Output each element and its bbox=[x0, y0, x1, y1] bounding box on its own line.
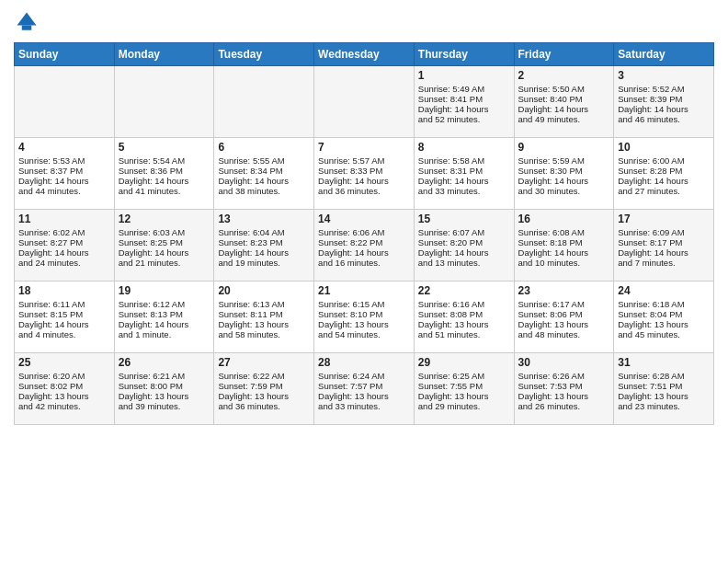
day-info: Sunrise: 6:12 AM bbox=[119, 299, 210, 309]
day-info: Daylight: 13 hours bbox=[218, 319, 310, 329]
day-number: 13 bbox=[218, 213, 310, 225]
day-info: and 26 minutes. bbox=[518, 401, 610, 411]
day-info: Sunset: 8:13 PM bbox=[119, 309, 210, 319]
day-number: 10 bbox=[618, 141, 710, 154]
day-info: Sunrise: 6:20 AM bbox=[18, 371, 110, 381]
day-info: Sunrise: 6:24 AM bbox=[318, 371, 410, 381]
day-number: 7 bbox=[318, 141, 410, 154]
day-number: 8 bbox=[418, 141, 510, 154]
day-info: Daylight: 13 hours bbox=[18, 391, 110, 401]
calendar-cell: 29Sunrise: 6:25 AMSunset: 7:55 PMDayligh… bbox=[414, 353, 514, 425]
calendar-cell: 5Sunrise: 5:54 AMSunset: 8:36 PMDaylight… bbox=[114, 138, 214, 210]
day-info: Daylight: 13 hours bbox=[318, 319, 410, 329]
day-info: Sunrise: 6:18 AM bbox=[618, 299, 710, 309]
day-info: Sunrise: 6:03 AM bbox=[119, 227, 210, 237]
day-number: 27 bbox=[218, 356, 310, 369]
day-info: Daylight: 13 hours bbox=[518, 319, 610, 329]
day-info: Sunrise: 6:28 AM bbox=[618, 371, 710, 381]
day-info: and 27 minutes. bbox=[618, 186, 710, 196]
calendar-cell: 2Sunrise: 5:50 AMSunset: 8:40 PMDaylight… bbox=[514, 66, 614, 138]
day-info: and 44 minutes. bbox=[18, 186, 110, 196]
calendar-cell: 26Sunrise: 6:21 AMSunset: 8:00 PMDayligh… bbox=[114, 353, 214, 425]
day-info: Sunrise: 5:53 AM bbox=[18, 155, 110, 166]
day-number: 4 bbox=[18, 141, 110, 154]
day-info: Daylight: 13 hours bbox=[318, 391, 410, 401]
day-info: and 39 minutes. bbox=[119, 401, 210, 411]
day-info: and 30 minutes. bbox=[518, 186, 610, 196]
day-number: 20 bbox=[218, 284, 310, 297]
day-info: Sunset: 8:22 PM bbox=[318, 237, 410, 247]
day-info: and 54 minutes. bbox=[318, 329, 410, 339]
day-number: 1 bbox=[418, 69, 510, 82]
day-info: Sunrise: 6:11 AM bbox=[18, 299, 110, 309]
col-header-thursday: Thursday bbox=[414, 43, 514, 66]
day-info: Daylight: 14 hours bbox=[618, 247, 710, 258]
calendar-cell: 9Sunrise: 5:59 AMSunset: 8:30 PMDaylight… bbox=[514, 138, 614, 210]
day-info: Sunset: 8:10 PM bbox=[318, 309, 410, 319]
day-info: Sunset: 8:30 PM bbox=[518, 166, 610, 176]
day-info: Sunset: 8:37 PM bbox=[18, 166, 110, 176]
calendar-cell bbox=[214, 66, 314, 138]
calendar-cell: 3Sunrise: 5:52 AMSunset: 8:39 PMDaylight… bbox=[614, 66, 714, 138]
day-info: and 4 minutes. bbox=[18, 329, 110, 339]
day-info: Daylight: 14 hours bbox=[618, 104, 710, 114]
day-info: Sunrise: 6:25 AM bbox=[418, 371, 510, 381]
day-info: and 16 minutes. bbox=[318, 258, 410, 268]
day-info: Sunset: 8:36 PM bbox=[119, 166, 210, 176]
day-info: Daylight: 14 hours bbox=[18, 319, 110, 329]
day-info: Sunrise: 5:58 AM bbox=[418, 155, 510, 166]
calendar-cell: 27Sunrise: 6:22 AMSunset: 7:59 PMDayligh… bbox=[214, 353, 314, 425]
calendar-cell: 6Sunrise: 5:55 AMSunset: 8:34 PMDaylight… bbox=[214, 138, 314, 210]
calendar-cell: 16Sunrise: 6:08 AMSunset: 8:18 PMDayligh… bbox=[514, 210, 614, 282]
calendar-cell: 17Sunrise: 6:09 AMSunset: 8:17 PMDayligh… bbox=[614, 210, 714, 282]
day-number: 3 bbox=[618, 69, 710, 82]
col-header-wednesday: Wednesday bbox=[314, 43, 415, 66]
calendar-cell: 23Sunrise: 6:17 AMSunset: 8:06 PMDayligh… bbox=[514, 282, 614, 353]
day-number: 16 bbox=[518, 213, 610, 225]
day-info: Daylight: 14 hours bbox=[18, 247, 110, 258]
day-info: Daylight: 14 hours bbox=[218, 176, 310, 186]
day-number: 22 bbox=[418, 284, 510, 297]
day-number: 6 bbox=[218, 141, 310, 154]
day-number: 23 bbox=[518, 284, 610, 297]
day-info: and 48 minutes. bbox=[518, 329, 610, 339]
day-number: 29 bbox=[418, 356, 510, 369]
day-info: Sunrise: 6:02 AM bbox=[18, 227, 110, 237]
calendar-cell bbox=[114, 66, 214, 138]
day-info: Sunset: 8:20 PM bbox=[418, 237, 510, 247]
svg-rect-1 bbox=[22, 26, 32, 30]
day-info: Daylight: 14 hours bbox=[119, 319, 210, 329]
calendar-cell: 4Sunrise: 5:53 AMSunset: 8:37 PMDaylight… bbox=[15, 138, 115, 210]
day-info: and 46 minutes. bbox=[618, 114, 710, 124]
day-number: 14 bbox=[318, 213, 410, 225]
day-info: Sunset: 8:41 PM bbox=[418, 94, 510, 104]
day-info: Daylight: 13 hours bbox=[618, 319, 710, 329]
day-info: Sunrise: 6:07 AM bbox=[418, 227, 510, 237]
day-info: Sunset: 8:06 PM bbox=[518, 309, 610, 319]
calendar-cell: 24Sunrise: 6:18 AMSunset: 8:04 PMDayligh… bbox=[614, 282, 714, 353]
day-info: Sunset: 7:51 PM bbox=[618, 381, 710, 391]
day-info: Sunset: 8:34 PM bbox=[218, 166, 310, 176]
day-info: Daylight: 14 hours bbox=[618, 176, 710, 186]
day-info: Daylight: 13 hours bbox=[518, 391, 610, 401]
day-info: Daylight: 14 hours bbox=[119, 176, 210, 186]
day-info: Sunset: 8:25 PM bbox=[119, 237, 210, 247]
day-info: and 7 minutes. bbox=[618, 258, 710, 268]
calendar-cell: 28Sunrise: 6:24 AMSunset: 7:57 PMDayligh… bbox=[314, 353, 415, 425]
day-info: Sunset: 8:31 PM bbox=[418, 166, 510, 176]
calendar-cell bbox=[15, 66, 115, 138]
calendar-cell: 21Sunrise: 6:15 AMSunset: 8:10 PMDayligh… bbox=[314, 282, 415, 353]
col-header-tuesday: Tuesday bbox=[214, 43, 314, 66]
day-info: Daylight: 14 hours bbox=[318, 247, 410, 258]
day-info: Sunset: 8:11 PM bbox=[218, 309, 310, 319]
day-info: and 38 minutes. bbox=[218, 186, 310, 196]
header-row: SundayMondayTuesdayWednesdayThursdayFrid… bbox=[15, 43, 714, 66]
day-number: 25 bbox=[18, 356, 110, 369]
day-info: Daylight: 14 hours bbox=[518, 176, 610, 186]
day-info: Sunrise: 6:13 AM bbox=[218, 299, 310, 309]
day-number: 31 bbox=[618, 356, 710, 369]
day-info: Daylight: 14 hours bbox=[418, 104, 510, 114]
day-info: Sunset: 8:40 PM bbox=[518, 94, 610, 104]
day-info: Daylight: 14 hours bbox=[518, 104, 610, 114]
day-info: Sunset: 8:00 PM bbox=[119, 381, 210, 391]
